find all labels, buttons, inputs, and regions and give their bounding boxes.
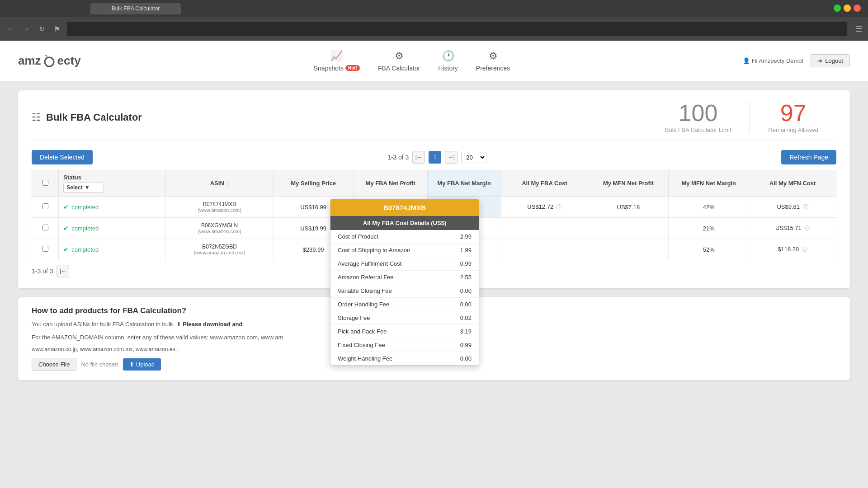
- history-label: History: [438, 65, 458, 72]
- popup-row: Variable Closing Fee 0.00: [330, 284, 479, 298]
- row-all-fba-cost: [501, 218, 588, 239]
- popup-row-label: Order Handling Fee: [338, 301, 389, 308]
- nav-fba-calculator[interactable]: ⚙ FBA Calculator: [378, 50, 420, 72]
- refresh-page-button[interactable]: Refresh Page: [781, 150, 836, 164]
- logo-ecty-text: ecty: [57, 54, 81, 68]
- popup-subtitle: All My FBA Cost Details (US$): [330, 216, 479, 230]
- status-check-icon: ✔: [63, 203, 69, 211]
- status-check-icon: ✔: [63, 225, 69, 232]
- per-page-select[interactable]: 20 50 100: [461, 152, 486, 163]
- history-icon: 🕐: [442, 50, 454, 62]
- asin-sort-icon[interactable]: ↕: [226, 181, 229, 186]
- status-dropdown-arrow: ▼: [85, 184, 90, 191]
- logo-amz-text: amz: [18, 54, 41, 68]
- browser-tab[interactable]: Bulk FBA Calculator: [90, 3, 181, 14]
- calculator-icon: ⚙: [395, 50, 404, 62]
- upload-icon: ⬆: [129, 361, 134, 368]
- row-checkbox[interactable]: [42, 225, 48, 230]
- browser-nav-bar: ← → ↻ ⚑ ☰: [0, 17, 868, 41]
- forward-button[interactable]: →: [21, 25, 32, 33]
- select-all-checkbox[interactable]: [42, 180, 48, 186]
- row-checkbox-cell: [32, 218, 59, 239]
- bottom-first-page-button[interactable]: |←: [57, 265, 69, 277]
- popup-row: Pick and Pack Fee 3.19: [330, 325, 479, 338]
- status-filter: Status Select ▼: [63, 174, 161, 192]
- popup-row-value: 0.02: [460, 314, 472, 321]
- browser-window-controls: [834, 5, 861, 12]
- back-button[interactable]: ←: [5, 25, 16, 33]
- svg-point-0: [45, 57, 54, 66]
- row-mfn-net-profit: [588, 239, 669, 260]
- address-bar[interactable]: [67, 22, 847, 36]
- user-greeting: 👤 Hi Amzpecty Demo!: [743, 57, 803, 64]
- first-page-button[interactable]: |←: [412, 151, 425, 164]
- browser-menu-icon[interactable]: ☰: [855, 24, 863, 34]
- fba-cost-info-icon[interactable]: ⓘ: [557, 204, 562, 210]
- main-nav: 📈 Snapshots Hot! ⚙ FBA Calculator 🕐 Hist…: [314, 50, 510, 72]
- popup-row-value: 3.19: [460, 328, 472, 335]
- popup-row-value: 0.99: [460, 260, 472, 267]
- asin-domain: (www.amazon.com.mx): [170, 250, 268, 255]
- preferences-icon: ⚙: [489, 50, 498, 62]
- mfn-cost-info-icon[interactable]: ⓘ: [803, 204, 808, 210]
- reload-button[interactable]: ↻: [36, 25, 47, 33]
- th-all-mfn-cost: All My MFN Cost: [749, 170, 836, 197]
- popup-row: Storage Fee 0.02: [330, 311, 479, 325]
- stat-remaining-number: 97: [768, 101, 818, 125]
- window-maximize-dot[interactable]: [834, 5, 841, 12]
- nav-preferences[interactable]: ⚙ Preferences: [476, 50, 510, 72]
- status-dropdown[interactable]: Select ▼: [63, 183, 104, 192]
- th-mfn-net-margin: My MFN Net Margin: [669, 170, 749, 197]
- logo: amz ecty: [18, 54, 81, 68]
- popup-row: Fixed Closing Fee 0.99: [330, 338, 479, 352]
- asin-domain: (www.amazon.com): [170, 207, 268, 213]
- mfn-cost-info-icon[interactable]: ⓘ: [804, 225, 810, 231]
- last-page-button[interactable]: →|: [445, 151, 458, 164]
- row-all-mfn-cost: US$15.71 ⓘ: [749, 218, 836, 239]
- delete-selected-button[interactable]: Delete Selected: [32, 150, 93, 164]
- mfn-cost-info-icon[interactable]: ⓘ: [802, 246, 807, 253]
- popup-row-value: 2.99: [460, 233, 472, 240]
- status-text: completed: [71, 204, 99, 211]
- row-all-fba-cost: [501, 239, 588, 260]
- popup-row: Amazon Referral Fee 2.55: [330, 271, 479, 284]
- snapshots-label: Snapshots: [314, 65, 344, 72]
- choose-file-button[interactable]: Choose File: [32, 358, 76, 371]
- page-1-button[interactable]: 1: [429, 151, 441, 164]
- row-all-mfn-cost: $116.20 ⓘ: [749, 239, 836, 260]
- th-status: Status Select ▼: [59, 170, 166, 197]
- upload-button[interactable]: ⬆ Upload: [123, 358, 161, 371]
- upload-icon-inline: ⬆: [176, 321, 183, 328]
- th-checkbox: [32, 170, 59, 197]
- browser-title-bar: Bulk FBA Calculator: [0, 0, 868, 17]
- window-minimize-dot[interactable]: [844, 5, 851, 12]
- home-button[interactable]: ⚑: [52, 25, 62, 33]
- asin-value: B07874JMXB: [170, 201, 268, 207]
- asin-value: B06XGYMGLN: [170, 222, 268, 229]
- fba-cost-popup[interactable]: B07874JMXB All My FBA Cost Details (US$)…: [330, 199, 479, 366]
- row-status-cell: ✔ completed: [59, 239, 166, 260]
- popup-row-label: Pick and Pack Fee: [338, 328, 387, 335]
- logout-button[interactable]: ➔ Logout: [811, 54, 850, 67]
- row-mfn-net-profit: [588, 218, 669, 239]
- row-all-mfn-cost: US$9.81 ⓘ: [749, 197, 836, 218]
- stats-area: 100 Bulk FBA Calculator Limit 97 Remaini…: [647, 101, 836, 133]
- th-asin: ASIN ↕: [166, 170, 273, 197]
- status-dropdown-value: Select: [66, 184, 82, 191]
- nav-snapshots[interactable]: 📈 Snapshots Hot!: [314, 50, 360, 72]
- window-close-dot[interactable]: [854, 5, 861, 12]
- row-checkbox[interactable]: [42, 203, 48, 209]
- hot-badge: Hot!: [345, 65, 360, 71]
- status-text: completed: [71, 246, 99, 253]
- nav-history[interactable]: 🕐 History: [438, 50, 458, 72]
- popup-row-label: Cost of Product: [338, 233, 378, 240]
- row-checkbox[interactable]: [42, 246, 48, 252]
- row-mfn-net-margin: 52%: [669, 239, 749, 260]
- popup-row-value: 0.99: [460, 342, 472, 348]
- fba-calculator-label: FBA Calculator: [378, 65, 420, 72]
- logo-circle-svg: [43, 55, 56, 67]
- popup-row-value: 2.55: [460, 274, 472, 281]
- stat-remaining: 97 Remaining Allowed: [750, 101, 836, 133]
- popup-row: Cost of Product 2.99: [330, 230, 479, 244]
- popup-row-label: Storage Fee: [338, 314, 370, 321]
